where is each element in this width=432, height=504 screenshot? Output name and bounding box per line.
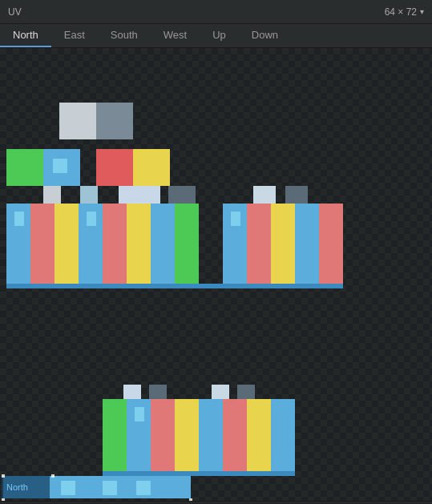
svg-text:North: North bbox=[6, 482, 28, 492]
svg-rect-25 bbox=[127, 204, 151, 284]
tab-down[interactable]: Down bbox=[239, 24, 291, 47]
svg-rect-11 bbox=[133, 149, 170, 186]
svg-rect-21 bbox=[55, 204, 79, 284]
svg-rect-7 bbox=[6, 149, 43, 186]
svg-rect-53 bbox=[136, 481, 151, 495]
svg-rect-30 bbox=[247, 204, 271, 284]
svg-rect-56 bbox=[2, 474, 5, 478]
svg-rect-16 bbox=[253, 186, 276, 204]
svg-rect-48 bbox=[103, 471, 295, 476]
uv-content: North bbox=[0, 48, 432, 501]
svg-rect-20 bbox=[30, 204, 55, 284]
svg-rect-6 bbox=[96, 103, 133, 139]
svg-rect-34 bbox=[6, 284, 343, 288]
svg-rect-44 bbox=[199, 399, 223, 471]
svg-rect-45 bbox=[223, 399, 247, 471]
svg-rect-43 bbox=[175, 399, 199, 471]
uv-title: UV bbox=[8, 6, 22, 18]
svg-rect-10 bbox=[96, 149, 133, 186]
svg-rect-13 bbox=[80, 186, 98, 204]
svg-rect-24 bbox=[103, 204, 127, 284]
svg-rect-27 bbox=[175, 204, 199, 284]
svg-rect-52 bbox=[103, 481, 117, 495]
svg-rect-37 bbox=[212, 385, 229, 399]
svg-rect-38 bbox=[237, 385, 255, 399]
ruler: 0 64 8 8 bbox=[0, 501, 432, 504]
tab-west[interactable]: West bbox=[151, 24, 200, 47]
svg-rect-14 bbox=[119, 186, 160, 204]
svg-rect-29 bbox=[231, 212, 240, 226]
svg-rect-23 bbox=[87, 212, 96, 226]
uv-canvas[interactable]: North bbox=[0, 48, 432, 501]
svg-rect-41 bbox=[135, 407, 144, 421]
svg-rect-9 bbox=[53, 159, 67, 173]
svg-rect-42 bbox=[151, 399, 175, 471]
svg-rect-33 bbox=[319, 204, 343, 284]
header: UV 64 × 72 ▾ bbox=[0, 0, 432, 24]
svg-rect-19 bbox=[14, 212, 24, 226]
tab-up[interactable]: Up bbox=[200, 24, 239, 47]
uv-drawing: North bbox=[0, 48, 432, 501]
svg-rect-31 bbox=[271, 204, 295, 284]
svg-rect-12 bbox=[43, 186, 61, 204]
size-control[interactable]: 64 × 72 ▾ bbox=[385, 6, 424, 18]
svg-rect-59 bbox=[189, 498, 192, 501]
tab-south[interactable]: South bbox=[98, 24, 151, 47]
tab-east[interactable]: East bbox=[51, 24, 98, 47]
svg-rect-17 bbox=[285, 186, 308, 204]
svg-rect-26 bbox=[151, 204, 175, 284]
tab-bar: North East South West Up Down bbox=[0, 24, 432, 48]
svg-rect-57 bbox=[51, 474, 55, 478]
svg-rect-58 bbox=[2, 498, 5, 501]
svg-rect-47 bbox=[271, 399, 295, 471]
tab-north[interactable]: North bbox=[0, 24, 51, 47]
svg-rect-39 bbox=[103, 399, 127, 471]
svg-rect-32 bbox=[295, 204, 319, 284]
chevron-down-icon: ▾ bbox=[420, 7, 424, 16]
svg-rect-51 bbox=[61, 481, 75, 495]
svg-rect-36 bbox=[149, 385, 167, 399]
svg-rect-15 bbox=[168, 186, 196, 204]
size-value: 64 × 72 bbox=[385, 6, 417, 18]
svg-rect-5 bbox=[59, 103, 96, 139]
svg-rect-35 bbox=[123, 385, 141, 399]
svg-rect-46 bbox=[247, 399, 271, 471]
